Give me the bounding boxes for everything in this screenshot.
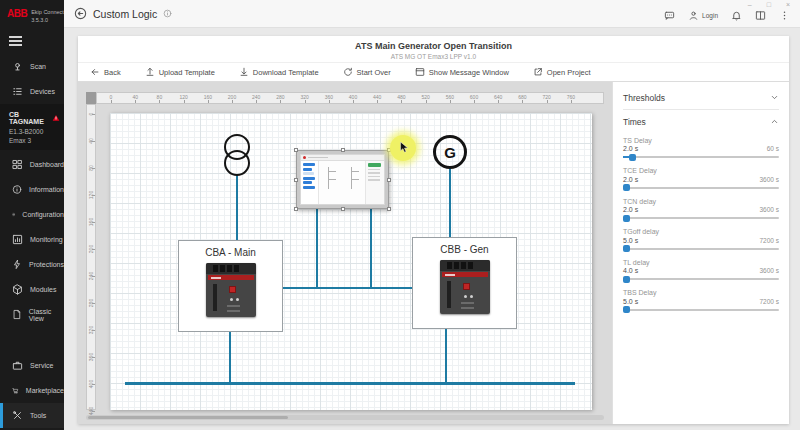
chat-icon: [664, 10, 675, 21]
sidebar-item-protections[interactable]: Protections: [0, 252, 64, 277]
app-version: 3.5.3.0: [31, 17, 48, 23]
sidebar-item-information[interactable]: Information: [0, 177, 64, 202]
user-icon: [688, 10, 699, 21]
slider-max: 7200 s: [759, 298, 779, 305]
sidebar-item-label: Tools: [30, 412, 46, 419]
upload-template-button[interactable]: Upload Template: [145, 67, 215, 77]
slider-label: TCN delay: [623, 197, 779, 206]
selection-handle[interactable]: [294, 178, 298, 182]
node-cba-main[interactable]: CBA - Main: [178, 240, 283, 332]
selection-handle[interactable]: [387, 178, 391, 182]
slider-track[interactable]: [623, 278, 779, 280]
info-circle-icon[interactable]: [163, 9, 172, 18]
slider-tce-delay: TCE Delay2.0 s3600 s: [623, 166, 779, 188]
kebab-action[interactable]: [779, 10, 790, 21]
slider-label: TS Delay: [623, 136, 779, 145]
template-title: ATS Main Generator Open Transition: [78, 41, 789, 51]
back-circle-icon[interactable]: [74, 7, 87, 20]
menu-toggle-icon[interactable]: [9, 34, 22, 49]
slider-max: 60 s: [767, 145, 779, 152]
start-over-icon: [343, 67, 353, 77]
warning-icon: [52, 114, 60, 122]
slider-thumb[interactable]: [623, 276, 630, 283]
start-over-button[interactable]: Start Over: [343, 67, 391, 77]
node-cbb-gen[interactable]: CBB - Gen: [412, 237, 517, 329]
sidebar-menu-group: DashboardInformationConfigurationMonitor…: [0, 152, 64, 327]
kebab-icon: [779, 10, 790, 21]
sidebar-item-tools[interactable]: Tools: [0, 403, 64, 428]
app-window: ABB Ekip Connect 3.5.3.0 ScanDevices CB …: [0, 0, 800, 430]
slider-max: 3600 s: [759, 206, 779, 213]
slider-track[interactable]: [623, 309, 779, 311]
slider-thumb[interactable]: [623, 215, 630, 222]
slider-label: TCE Delay: [623, 166, 779, 175]
window-control-2[interactable]: ×: [786, 1, 790, 8]
back-circle-icon: [74, 7, 87, 20]
template-subtitle: ATS MG OT Emax3 LPP v1.0: [78, 53, 789, 60]
selection-handle[interactable]: [294, 207, 298, 211]
slider-ts-delay: TS Delay2.0 s60 s: [623, 136, 779, 158]
toolbar-button-label: Download Template: [253, 68, 319, 77]
back-button[interactable]: Back: [90, 67, 121, 77]
sidebar-item-scan[interactable]: Scan: [0, 54, 64, 79]
slider-track[interactable]: [623, 217, 779, 219]
info-circle-icon: [163, 9, 172, 18]
sidebar-item-classic-view[interactable]: Classic View: [0, 302, 64, 327]
show-message-window-button[interactable]: Show Message Window: [415, 67, 509, 77]
upload-icon: [145, 67, 155, 77]
selection-handle[interactable]: [341, 207, 345, 211]
transformer-symbol[interactable]: [224, 134, 250, 176]
canvas-horizontal-scrollbar[interactable]: [86, 415, 604, 420]
slider-track[interactable]: [623, 187, 779, 189]
custom-logic-card: ATS Main Generator Open Transition ATS M…: [78, 36, 789, 424]
sidebar-item-configuration[interactable]: Configuration: [0, 202, 64, 227]
sidebar-item-label: Marketplace: [26, 387, 64, 394]
back-arrow-icon: [90, 67, 100, 77]
chat-action[interactable]: [664, 10, 675, 21]
bell-action[interactable]: [731, 10, 742, 21]
selection-handle[interactable]: [294, 148, 298, 152]
toolbar-button-label: Show Message Window: [429, 68, 509, 77]
slider-label: TBS Delay: [623, 288, 779, 297]
sidebar-item-modules[interactable]: Modules: [0, 277, 64, 302]
device-block[interactable]: CB TAGNAME E1.3-B2000 Emax 3: [0, 104, 64, 150]
open-project-button[interactable]: Open Project: [533, 67, 591, 77]
window-control-0[interactable]: –: [748, 1, 752, 8]
sidebar-item-marketplace[interactable]: Marketplace: [0, 378, 64, 403]
slider-thumb[interactable]: [623, 245, 630, 252]
slider-track[interactable]: [623, 248, 779, 250]
action-label: Login: [702, 12, 718, 19]
sidebar-item-devices[interactable]: Devices: [0, 79, 64, 104]
slider-value: 4.0 s: [623, 267, 638, 274]
slider-thumb[interactable]: [623, 184, 630, 191]
slider-tgoff-delay: TGoff delay5.0 s7200 s: [623, 227, 779, 249]
selection-handle[interactable]: [387, 207, 391, 211]
sidebar-item-dashboard[interactable]: Dashboard: [0, 152, 64, 177]
breaker-image-cba: [206, 263, 256, 317]
app-header: Custom Logic Login –□×: [64, 0, 800, 28]
toolbar-button-label: Start Over: [357, 68, 391, 77]
panel-section-times[interactable]: Times: [623, 110, 779, 133]
sidebar-item-monitoring[interactable]: Monitoring: [0, 227, 64, 252]
slider-track[interactable]: [623, 156, 779, 158]
dashboard-icon: [12, 159, 23, 170]
drawing-page[interactable]: G CBA - Main CBB -: [110, 113, 592, 410]
classic-view-icon: [12, 309, 22, 320]
selection-handle[interactable]: [341, 148, 345, 152]
window-control-1[interactable]: □: [767, 1, 771, 8]
sidebar-item-service[interactable]: Service: [0, 353, 64, 378]
slider-thumb[interactable]: [623, 306, 630, 313]
generator-symbol[interactable]: G: [433, 135, 467, 169]
download-template-button[interactable]: Download Template: [239, 67, 319, 77]
embedded-screenshot-object[interactable]: [296, 150, 389, 209]
slider-thumb[interactable]: [629, 154, 636, 161]
wire-utility-to-cba: [236, 175, 238, 241]
slider-value: 2.0 s: [623, 206, 638, 213]
user-action[interactable]: Login: [688, 10, 718, 21]
panel-action[interactable]: [755, 10, 766, 21]
devices-icon: [12, 86, 23, 97]
template-header: ATS Main Generator Open Transition ATS M…: [78, 36, 789, 62]
logic-canvas[interactable]: 0408012016020024028032036040044048052056…: [78, 82, 612, 424]
window-controls: –□×: [748, 1, 790, 8]
panel-section-thresholds[interactable]: Thresholds: [623, 86, 779, 109]
